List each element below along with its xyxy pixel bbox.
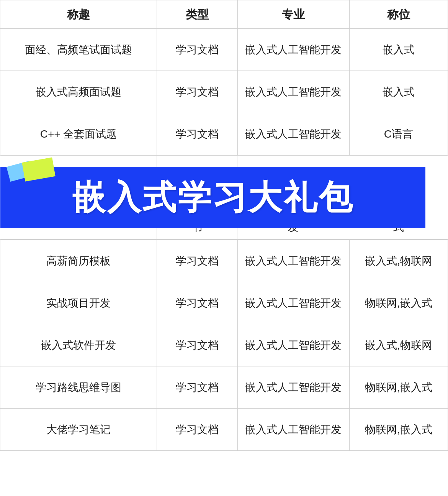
header-row: 称趣 类型 专业 称位 xyxy=(0,0,448,29)
header-col2: 类型 xyxy=(157,0,237,29)
table-row: 实战项目开发 学习文档 嵌入式人工智能开发 物联网,嵌入式 xyxy=(0,282,448,324)
cell-col2: 学习文档 xyxy=(157,282,237,324)
table-row: 大佬学习笔记 学习文档 嵌入式人工智能开发 物联网,嵌入式 xyxy=(0,409,448,451)
cell-col4: 嵌入式 xyxy=(349,29,448,71)
cell-col3: 嵌入式人工智能开发 xyxy=(237,282,349,324)
table-row: C++ 全套面试题 学习文档 嵌入式人工智能开发 C语言 xyxy=(0,113,448,155)
cell-col3: 嵌入式人工智能开发 xyxy=(237,324,349,366)
cell-col4: 物联网,嵌入式 xyxy=(349,282,448,324)
header-col1: 称趣 xyxy=(0,0,157,29)
cell-col3: 嵌入式人工智能开发 xyxy=(237,240,349,282)
banner-text: 嵌入式学习大礼包 xyxy=(72,172,354,223)
table-container: 称趣 类型 专业 称位 面经、高频笔试面试题 学习文档 嵌入式人工智能开发 嵌入… xyxy=(0,0,448,451)
table-row: 高薪简历模板 学习文档 嵌入式人工智能开发 嵌入式,物联网 xyxy=(0,240,448,282)
cell-col1: 面经、高频笔试面试题 xyxy=(0,29,157,71)
cell-col4: 嵌入式,物联网 xyxy=(349,324,448,366)
cell-col4: 物联网,嵌入式 xyxy=(349,366,448,409)
cell-col4: C语言 xyxy=(349,113,448,155)
cell-col1: 高薪简历模板 xyxy=(0,240,157,282)
cell-col1: 嵌入式高频面试题 xyxy=(0,71,157,113)
cell-col2: 学习文档 xyxy=(157,113,237,155)
cell-col1: C++ 全套面试题 xyxy=(0,113,157,155)
main-table: 称趣 类型 专业 称位 面经、高频笔试面试题 学习文档 嵌入式人工智能开发 嵌入… xyxy=(0,0,448,451)
cell-col3: 嵌入式人工智能开发 xyxy=(237,409,349,451)
table-row: 学习路线思维导图 学习文档 嵌入式人工智能开发 物联网,嵌入式 xyxy=(0,366,448,409)
table-row: 嵌入式高频面试题 学习文档 嵌入式人工智能开发 嵌入式 xyxy=(0,71,448,113)
cell-col1: 学习路线思维导图 xyxy=(0,366,157,409)
cell-col3: 嵌入式人工智能开发 xyxy=(237,71,349,113)
cell-col4: 嵌入式 xyxy=(349,71,448,113)
table-row: 嵌入式软件开发 学习文档 嵌入式人工智能开发 嵌入式,物联网 xyxy=(0,324,448,366)
banner-overlay: 嵌入式学习大礼包 xyxy=(0,167,426,228)
banner-row: 书 发 式 嵌入式学习大礼包 xyxy=(0,155,448,240)
cell-col2: 学习文档 xyxy=(157,324,237,366)
cell-col1: 实战项目开发 xyxy=(0,282,157,324)
table-row: 面经、高频笔试面试题 学习文档 嵌入式人工智能开发 嵌入式 xyxy=(0,29,448,71)
cell-col2: 学习文档 xyxy=(157,29,237,71)
cell-col2: 学习文档 xyxy=(157,409,237,451)
header-col4: 称位 xyxy=(349,0,448,29)
cell-col2: 学习文档 xyxy=(157,366,237,409)
cell-col3: 嵌入式人工智能开发 xyxy=(237,29,349,71)
cell-col4: 嵌入式,物联网 xyxy=(349,240,448,282)
cell-col2: 学习文档 xyxy=(157,71,237,113)
cell-col1: 大佬学习笔记 xyxy=(0,409,157,451)
header-col3: 专业 xyxy=(237,0,349,29)
cell-col2: 学习文档 xyxy=(157,240,237,282)
cell-col3: 嵌入式人工智能开发 xyxy=(237,366,349,409)
banner-wrapper: 书 发 式 嵌入式学习大礼包 xyxy=(0,155,448,240)
cell-col1: 嵌入式软件开发 xyxy=(0,324,157,366)
cell-col4: 物联网,嵌入式 xyxy=(349,409,448,451)
cell-col3: 嵌入式人工智能开发 xyxy=(237,113,349,155)
